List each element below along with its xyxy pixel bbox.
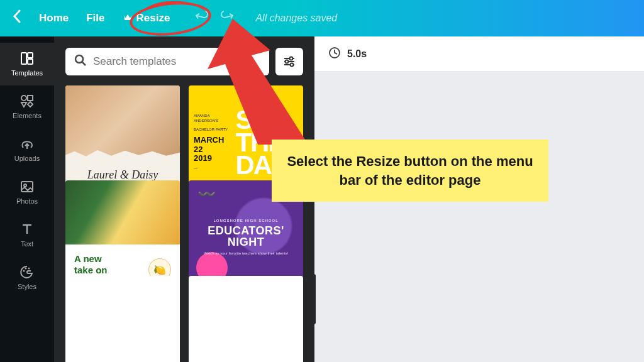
panel-resize-handle[interactable] bbox=[311, 75, 317, 349]
sidebar-item-styles[interactable]: Styles bbox=[0, 256, 54, 299]
template-thumbnail-image bbox=[65, 85, 180, 156]
save-status: All changes saved bbox=[255, 13, 337, 24]
canvas-toolbar: 5.0s bbox=[314, 36, 644, 72]
back-button[interactable] bbox=[13, 9, 21, 27]
template-text: DA bbox=[235, 154, 303, 177]
crown-icon bbox=[123, 13, 133, 24]
template-grid: Laurel & Daisy OPENING SOON AMANDA ANDER… bbox=[65, 85, 303, 362]
sidebar-item-text[interactable]: Text bbox=[0, 214, 54, 256]
redo-button[interactable] bbox=[220, 9, 234, 27]
styles-icon bbox=[19, 264, 35, 280]
undo-icon bbox=[195, 9, 209, 23]
template-card[interactable] bbox=[189, 276, 303, 362]
duration-value[interactable]: 5.0s bbox=[347, 48, 367, 60]
search-row bbox=[65, 48, 303, 75]
svg-point-10 bbox=[75, 55, 83, 63]
sliders-icon bbox=[282, 55, 296, 69]
search-box[interactable] bbox=[65, 48, 269, 75]
svg-point-6 bbox=[24, 184, 26, 187]
template-text: — bbox=[194, 167, 231, 172]
search-input[interactable] bbox=[93, 55, 260, 68]
svg-rect-2 bbox=[28, 59, 33, 64]
top-menu-bar: Home File Resize All changes saved bbox=[0, 0, 644, 36]
template-text: AMANDA ANDERSON'S bbox=[194, 114, 231, 124]
template-title: Laurel & Daisy bbox=[87, 168, 158, 182]
chevron-left-icon bbox=[13, 9, 21, 23]
svg-point-13 bbox=[291, 63, 294, 67]
svg-point-8 bbox=[25, 268, 27, 270]
template-card[interactable] bbox=[65, 276, 180, 362]
template-thumbnail-image bbox=[65, 180, 180, 244]
template-text: take on bbox=[74, 265, 108, 275]
template-text: EDUCATORS' bbox=[204, 225, 288, 236]
template-text: A new bbox=[74, 253, 108, 264]
svg-point-11 bbox=[290, 57, 293, 60]
main-area: Templates Elements Uploads Photos Text bbox=[0, 36, 644, 362]
uploads-icon bbox=[19, 136, 35, 152]
template-text: Watch as your favorite teachers show the… bbox=[204, 251, 288, 256]
home-button[interactable]: Home bbox=[39, 12, 69, 25]
search-icon bbox=[74, 54, 87, 69]
template-text: 2019 bbox=[194, 154, 231, 163]
sidebar-item-label: Photos bbox=[16, 197, 38, 205]
undo-redo-group bbox=[195, 9, 234, 27]
text-icon bbox=[19, 221, 35, 238]
filter-button[interactable] bbox=[275, 48, 303, 75]
svg-rect-4 bbox=[28, 96, 33, 101]
sidebar-item-photos[interactable]: Photos bbox=[0, 171, 54, 214]
sidebar-item-label: Text bbox=[21, 240, 33, 248]
svg-rect-0 bbox=[21, 53, 26, 64]
templates-icon bbox=[19, 50, 35, 67]
sidebar-item-label: Uploads bbox=[14, 155, 40, 162]
template-text: MARCH bbox=[194, 136, 231, 145]
resize-label: Resize bbox=[136, 12, 170, 25]
sidebar-item-label: Styles bbox=[18, 283, 36, 290]
svg-rect-1 bbox=[28, 53, 33, 58]
sidebar-item-label: Elements bbox=[13, 112, 42, 119]
svg-point-12 bbox=[286, 60, 289, 63]
template-text: LONGSHORE HIGH SCHOOL bbox=[204, 219, 288, 222]
file-menu[interactable]: File bbox=[86, 12, 104, 25]
undo-button[interactable] bbox=[195, 9, 209, 27]
svg-point-7 bbox=[23, 270, 25, 272]
sidebar-item-label: Templates bbox=[11, 69, 43, 77]
redo-icon bbox=[220, 9, 234, 23]
left-sidebar: Templates Elements Uploads Photos Text bbox=[0, 36, 54, 362]
sidebar-item-elements[interactable]: Elements bbox=[0, 85, 54, 128]
template-text: BACHELOR PARTY bbox=[194, 128, 231, 133]
resize-button[interactable]: Resize bbox=[123, 12, 170, 25]
clock-icon[interactable] bbox=[328, 47, 341, 62]
decorative-wave bbox=[197, 185, 223, 204]
canvas-area: 5.0s bbox=[314, 36, 644, 362]
sidebar-item-uploads[interactable]: Uploads bbox=[0, 128, 54, 171]
template-text: NIGHT bbox=[204, 236, 288, 248]
templates-panel: Laurel & Daisy OPENING SOON AMANDA ANDER… bbox=[54, 36, 314, 362]
svg-point-9 bbox=[28, 268, 30, 270]
svg-point-3 bbox=[21, 96, 26, 101]
sidebar-item-templates[interactable]: Templates bbox=[0, 43, 54, 85]
photos-icon bbox=[19, 178, 35, 195]
template-text: 22 bbox=[194, 145, 231, 154]
elements-icon bbox=[19, 93, 35, 109]
